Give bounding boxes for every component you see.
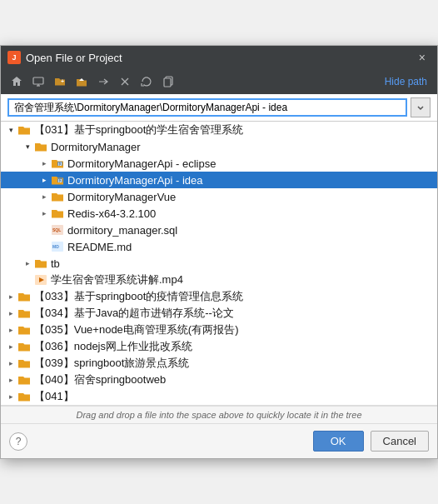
tree-item-label: DormitoryManager <box>51 141 437 153</box>
file-icon <box>17 390 31 403</box>
file-icon <box>17 357 31 370</box>
tree-item-label: dormitory_manager.sql <box>67 224 437 237</box>
tree-item[interactable]: ▸tb <box>1 255 437 272</box>
file-icon: IJ <box>51 157 64 170</box>
tree-item[interactable]: ▸【041】 <box>1 388 437 405</box>
file-icon <box>17 373 31 387</box>
file-icon <box>34 257 47 270</box>
file-icon: SQL <box>51 223 64 237</box>
title-bar: J Open File or Project × <box>1 46 437 69</box>
svg-text:IJ: IJ <box>58 178 62 183</box>
refresh-button[interactable] <box>137 72 156 91</box>
tree-item-label: Redis-x64-3.2.100 <box>67 207 437 220</box>
tree-item[interactable]: 学生宿舍管理系统讲解.mp4 <box>1 272 437 288</box>
tree-item-label: 【034】基于Java的超市进销存系统--论文 <box>34 306 437 321</box>
tree-item[interactable]: ▾【031】基于springboot的学生宿舍管理系统 <box>1 122 437 138</box>
tree-item-label: 【031】基于springboot的学生宿舍管理系统 <box>34 122 437 137</box>
tree-item[interactable]: ▸【039】springboot旅游景点系统 <box>1 355 437 372</box>
tree-item[interactable]: MDREADME.md <box>1 238 437 255</box>
app-icon: J <box>7 51 21 64</box>
hide-path-button[interactable]: Hide path <box>381 74 431 89</box>
cancel-button[interactable]: Cancel <box>371 431 429 452</box>
file-icon: IJ <box>51 173 64 187</box>
tree-item[interactable]: ▸IJDormitoryManagerApi - idea <box>1 172 437 188</box>
svg-text:+: + <box>61 78 64 84</box>
toolbar: + <box>1 69 437 94</box>
file-icon: MD <box>51 240 64 253</box>
ok-button[interactable]: OK <box>313 431 364 452</box>
file-icon <box>17 323 31 337</box>
svg-text:MD: MD <box>52 244 59 249</box>
path-expand-button[interactable] <box>411 97 431 117</box>
close-button[interactable]: × <box>414 49 431 66</box>
tree-item-label: 【041】 <box>34 389 437 404</box>
tree-item[interactable]: ▸【035】Vue+node电商管理系统(有两报告) <box>1 322 437 338</box>
file-icon <box>34 140 47 153</box>
desktop-button[interactable] <box>29 72 47 91</box>
tree-item[interactable]: ▸DormitoryManagerVue <box>1 188 437 205</box>
home-button[interactable] <box>7 72 26 91</box>
file-icon <box>17 307 31 320</box>
svg-rect-0 <box>33 77 43 84</box>
svg-text:SQL: SQL <box>52 227 61 232</box>
delete-button[interactable] <box>116 72 134 91</box>
tree-item-label: README.md <box>67 241 437 253</box>
svg-rect-7 <box>164 78 171 87</box>
tree-item[interactable]: ▸【033】基于springboot的疫情管理信息系统 <box>1 288 437 305</box>
tree-item-label: DormitoryManagerApi - idea <box>67 174 437 187</box>
tree-item[interactable]: SQLdormitory_manager.sql <box>1 222 437 238</box>
file-tree[interactable]: ▾【031】基于springboot的学生宿舍管理系统▾DormitoryMan… <box>1 122 437 406</box>
file-icon <box>17 123 31 137</box>
copy-path-button[interactable] <box>159 72 177 91</box>
path-input[interactable] <box>7 98 407 117</box>
tree-item-label: 学生宿舍管理系统讲解.mp4 <box>51 272 437 287</box>
dialog-title: Open File or Project <box>26 52 414 64</box>
tree-item-label: tb <box>51 257 437 270</box>
move-button[interactable] <box>94 72 112 91</box>
svg-text:IJ: IJ <box>58 162 62 167</box>
tree-item-label: 【035】Vue+node电商管理系统(有两报告) <box>34 322 437 337</box>
tree-item[interactable]: ▾DormitoryManager <box>1 138 437 155</box>
bottom-bar: ? OK Cancel <box>1 423 437 458</box>
up-folder-button[interactable] <box>72 72 91 91</box>
status-text: Drag and drop a file into the space abov… <box>76 410 361 420</box>
file-icon <box>17 340 31 353</box>
open-file-dialog: J Open File or Project × + <box>0 45 438 459</box>
tree-item-label: 【036】nodejs网上作业批改系统 <box>34 339 437 354</box>
file-icon <box>34 273 47 287</box>
tree-item-label: DormitoryManagerApi - eclipse <box>67 157 437 170</box>
tree-item[interactable]: ▸【034】基于Java的超市进销存系统--论文 <box>1 305 437 322</box>
tree-item[interactable]: ▸IJDormitoryManagerApi - eclipse <box>1 155 437 172</box>
tree-item[interactable]: ▸【036】nodejs网上作业批改系统 <box>1 338 437 355</box>
tree-item-label: DormitoryManagerVue <box>67 191 437 203</box>
status-bar: Drag and drop a file into the space abov… <box>1 406 437 423</box>
path-bar <box>1 94 437 122</box>
help-button[interactable]: ? <box>9 432 27 451</box>
tree-item-label: 【040】宿舍springbootweb <box>34 372 437 387</box>
file-icon <box>51 207 64 220</box>
new-folder-button[interactable]: + <box>51 72 69 91</box>
tree-item[interactable]: ▸Redis-x64-3.2.100 <box>1 205 437 222</box>
tree-item[interactable]: ▸【040】宿舍springbootweb <box>1 372 437 388</box>
tree-item-label: 【039】springboot旅游景点系统 <box>34 356 437 371</box>
file-icon <box>17 290 31 303</box>
file-icon <box>51 190 64 203</box>
tree-item-label: 【033】基于springboot的疫情管理信息系统 <box>34 289 437 304</box>
